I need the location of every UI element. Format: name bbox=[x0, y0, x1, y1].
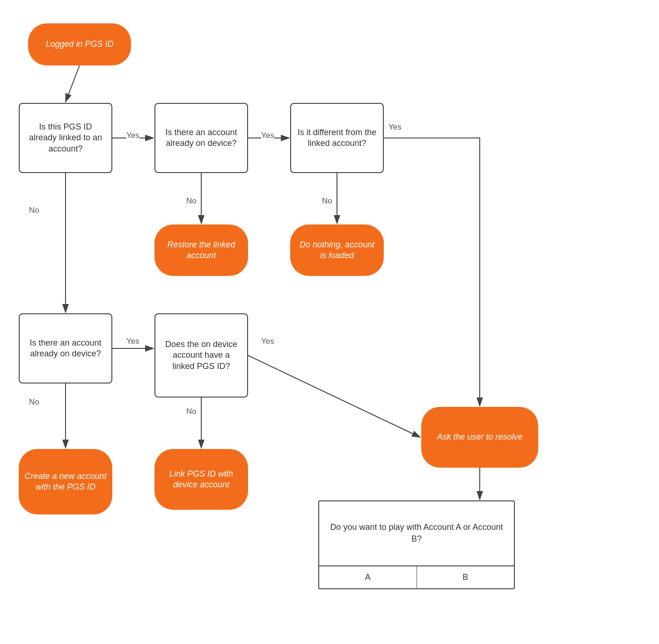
label-yes3: Yes bbox=[388, 123, 402, 132]
label-yes4: Yes bbox=[126, 337, 139, 346]
dialog-node: Do you want to play with Account A or Ac… bbox=[318, 500, 515, 589]
label-no2: No bbox=[186, 196, 197, 206]
q4-label: Is there an account already on device? bbox=[25, 338, 106, 360]
q5-label: Does the on device account have a linked… bbox=[161, 339, 242, 372]
q3-node: Is it different from the linked account? bbox=[290, 103, 384, 173]
start-label: Logged in PGS ID bbox=[45, 39, 113, 50]
q5-node: Does the on device account have a linked… bbox=[154, 313, 248, 398]
create-node: Create a new account with the PGS ID bbox=[19, 449, 112, 514]
label-yes1: Yes bbox=[126, 131, 139, 140]
restore-label: Restore the linked account bbox=[160, 239, 242, 261]
flowchart: Yes Yes Yes Yes Yes No No No No No Logge… bbox=[0, 0, 659, 644]
link-node: Link PGS ID with device account bbox=[154, 449, 248, 510]
ask-label: Ask the user to resolve bbox=[437, 432, 522, 442]
nothing-label: Do nothing, account is loaded bbox=[296, 239, 378, 261]
label-yes5: Yes bbox=[261, 337, 274, 346]
q2-node: Is there an account already on device? bbox=[154, 103, 248, 173]
svg-line-7 bbox=[248, 355, 420, 437]
label-no4: No bbox=[29, 398, 39, 407]
q2-label: Is there an account already on device? bbox=[161, 127, 242, 149]
q4-node: Is there an account already on device? bbox=[19, 313, 112, 384]
create-label: Create a new account with the PGS ID bbox=[24, 471, 107, 493]
dialog-buttons: A B bbox=[319, 565, 514, 588]
ask-node: Ask the user to resolve bbox=[421, 407, 538, 468]
dialog-text: Do you want to play with Account A or Ac… bbox=[319, 501, 514, 565]
dialog-btn-a[interactable]: A bbox=[319, 566, 417, 588]
nothing-node: Do nothing, account is loaded bbox=[290, 224, 384, 276]
dialog-btn-b[interactable]: B bbox=[417, 566, 514, 588]
q1-label: Is this PGS ID already linked to an acco… bbox=[25, 122, 106, 154]
q3-label: Is it different from the linked account? bbox=[297, 127, 377, 149]
label-no3: No bbox=[322, 196, 332, 206]
label-no1: No bbox=[29, 206, 39, 215]
q1-node: Is this PGS ID already linked to an acco… bbox=[19, 103, 112, 173]
label-yes2: Yes bbox=[261, 131, 274, 140]
label-no5: No bbox=[186, 407, 197, 416]
start-node: Logged in PGS ID bbox=[28, 23, 131, 65]
link-label: Link PGS ID with device account bbox=[160, 469, 242, 491]
svg-line-0 bbox=[66, 65, 80, 102]
restore-node: Restore the linked account bbox=[154, 224, 248, 276]
